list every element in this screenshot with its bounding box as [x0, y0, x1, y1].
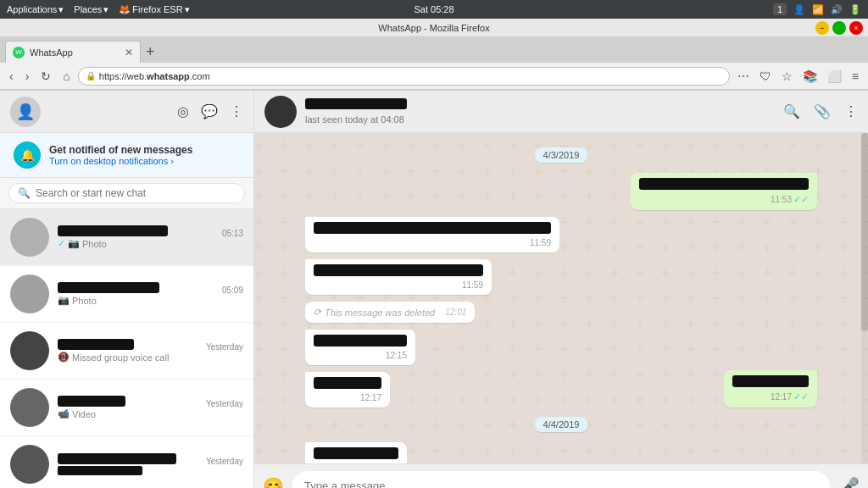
notify-bar: 🔔 Get notified of new messages Turn on d…: [0, 133, 253, 178]
chat-avatar-2: [10, 331, 49, 370]
os-bar-left: Applications ▾ Places ▾ 🦊 Firefox ESR ▾: [7, 4, 190, 15]
back-button[interactable]: ‹: [5, 68, 18, 85]
msg-text-recv-2: [314, 335, 407, 347]
message-bubble-recv-4: 05:08: [305, 442, 407, 463]
applications-label: Applications: [7, 4, 57, 14]
contact-info: last seen today at 04:08: [305, 98, 407, 125]
emoji-button[interactable]: 😊: [263, 476, 284, 489]
notify-text: Get notified of new messages Turn on des…: [49, 144, 192, 166]
chat-time-4: Yesterday: [206, 457, 243, 466]
right-panel: last seen today at 04:08 🔍 📎 ⋮ 4/3/2019: [254, 91, 868, 488]
home-button[interactable]: ⌂: [58, 68, 74, 85]
chat-avatar-4: [10, 445, 49, 484]
window-close[interactable]: ×: [849, 21, 863, 35]
chat-name-4: [58, 453, 176, 464]
chat-name-3: [58, 396, 125, 407]
bookmarks-panel[interactable]: 📚: [798, 68, 821, 85]
chat-item-4[interactable]: Yesterday: [0, 436, 253, 488]
chat-header: last seen today at 04:08 🔍 📎 ⋮: [254, 91, 868, 133]
tab-panel[interactable]: ⬜: [823, 68, 846, 85]
right-scrollbar[interactable]: [861, 133, 868, 463]
tab-close[interactable]: ✕: [125, 47, 133, 58]
places-arrow: ▾: [103, 4, 108, 15]
attach-button[interactable]: 📎: [814, 103, 831, 119]
date-divider-1: 4/4/2019: [305, 418, 817, 430]
message-row-sent-0: 11:53 ✓✓: [305, 173, 817, 210]
applications-arrow: ▾: [58, 4, 64, 15]
chat-item-2[interactable]: Yesterday 📵 Missed group voice call: [0, 323, 253, 380]
ssl-lock-icon: 🔒: [86, 71, 96, 80]
tab-bar: W WhatsApp ✕ +: [0, 37, 868, 63]
search-messages-button[interactable]: 🔍: [783, 103, 800, 119]
window-minimize[interactable]: −: [815, 21, 829, 35]
chat-item-0[interactable]: 05:13 ✓ 📷 Photo: [0, 209, 253, 266]
nav-right-buttons: ⋯ 🛡 ☆ 📚 ⬜ ≡: [733, 68, 863, 85]
forward-button[interactable]: ›: [21, 68, 34, 85]
chat-button[interactable]: 💬: [201, 103, 218, 119]
notify-action[interactable]: Turn on desktop notifications ›: [49, 156, 192, 166]
os-bar-right: 1 👤 📶 🔊 🔋: [773, 3, 861, 15]
search-icon: 🔍: [18, 187, 31, 199]
chat-item-1[interactable]: 05:09 📷 Photo: [0, 266, 253, 323]
chat-header-left: last seen today at 04:08: [264, 96, 407, 128]
window-title: WhatsApp - Mozilla Firefox: [378, 23, 489, 33]
date-label-1: 4/4/2019: [535, 417, 588, 432]
left-panel: 👤 ◎ 💬 ⋮ 🔔 Get notified of new messages T…: [0, 91, 254, 488]
bookmark-button[interactable]: ☆: [777, 68, 797, 85]
message-input[interactable]: [292, 471, 830, 489]
message-row-recv-0: 11:59: [305, 217, 817, 252]
message-row-recv-1: 11:59: [305, 259, 817, 295]
url-text: https://web.whatsapp.com: [99, 71, 210, 81]
message-bubble-recv-3: 12:17: [305, 372, 390, 408]
reload-button[interactable]: ↻: [36, 68, 55, 85]
notify-title: Get notified of new messages: [49, 144, 192, 156]
url-bar[interactable]: 🔒 https://web.whatsapp.com: [78, 67, 730, 86]
avatar-icon: 👤: [16, 103, 35, 121]
more-options-button[interactable]: ⋮: [230, 103, 243, 119]
firefox-arrow: ▾: [185, 4, 190, 15]
window-maximize[interactable]: [832, 21, 846, 35]
chat-avatar-3: [10, 388, 49, 427]
chat-time-0: 05:13: [222, 229, 243, 238]
mic-button[interactable]: 🎤: [838, 476, 860, 489]
nav-bar: ‹ › ↻ ⌂ 🔒 https://web.whatsapp.com ⋯ 🛡 ☆…: [0, 63, 868, 90]
tab-label: WhatsApp: [30, 47, 73, 58]
shield-button[interactable]: 🛡: [755, 68, 776, 85]
date-label-0: 4/3/2019: [535, 147, 588, 163]
msg-time-recv-3: 12:17: [314, 393, 381, 402]
chat-preview-0: ✓ 📷 Photo: [58, 238, 243, 249]
new-tab-button[interactable]: +: [141, 41, 160, 63]
chat-top-0: 05:13: [58, 225, 243, 238]
double-check-icon-1: ✓✓: [793, 391, 809, 402]
volume-icon: 🔊: [831, 4, 843, 15]
chat-item-3[interactable]: Yesterday 📹 Video: [0, 380, 253, 436]
wa-header-icons: ◎ 💬 ⋮: [177, 103, 243, 119]
wifi-icon: 📶: [812, 4, 824, 15]
browser-chrome: WhatsApp - Mozilla Firefox − × W WhatsAp…: [0, 19, 868, 91]
status-button[interactable]: ◎: [177, 103, 189, 119]
message-bubble-deleted: ⟳ This message was deleted 12:01: [305, 302, 475, 323]
title-bar: WhatsApp - Mozilla Firefox − ×: [0, 19, 868, 37]
chat-name-1: [58, 282, 159, 293]
message-bubble-recv-0: 11:59: [305, 217, 559, 252]
search-input[interactable]: [36, 187, 236, 199]
missed-text-2: Missed group voice call: [72, 352, 169, 363]
workspace-number: 1: [773, 3, 787, 15]
chat-time-2: Yesterday: [206, 342, 243, 352]
message-row-recv-2: 12:15: [305, 330, 817, 365]
applications-menu[interactable]: Applications ▾: [7, 4, 64, 15]
tab-whatsapp[interactable]: W WhatsApp ✕: [5, 41, 141, 63]
contact-avatar[interactable]: [264, 96, 297, 128]
firefox-menu[interactable]: 🦊 Firefox ESR ▾: [119, 4, 189, 15]
notify-icon: 🔔: [14, 141, 41, 169]
chat-name-0: [58, 225, 168, 236]
menu-button[interactable]: ⋯: [733, 68, 754, 85]
msg-text-sent-0: [639, 178, 809, 190]
main-menu[interactable]: ≡: [848, 68, 863, 85]
chat-more-button[interactable]: ⋮: [844, 103, 858, 119]
places-menu[interactable]: Places ▾: [74, 4, 108, 15]
wa-header: 👤 ◎ 💬 ⋮: [0, 91, 253, 133]
user-avatar[interactable]: 👤: [10, 97, 41, 127]
double-check-icon-0: ✓✓: [793, 194, 809, 205]
message-bubble-sent-1: 12:17 ✓✓: [724, 370, 817, 408]
